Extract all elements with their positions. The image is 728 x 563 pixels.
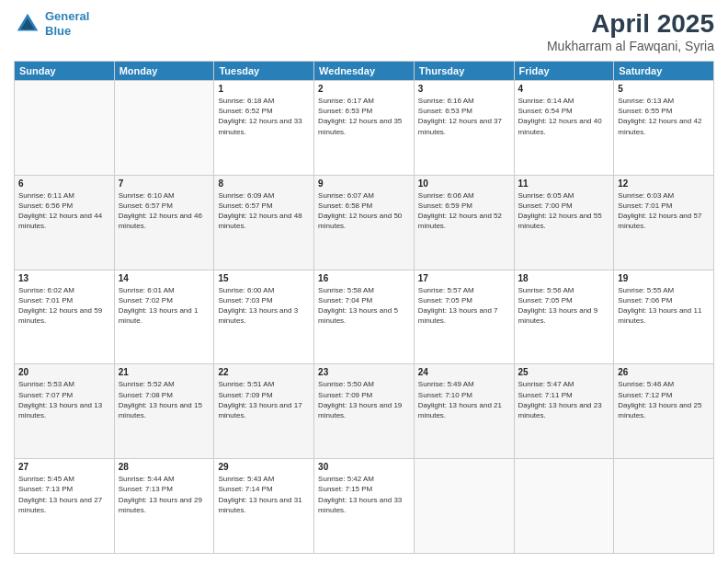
col-tuesday: Tuesday <box>214 62 314 81</box>
logo-icon <box>14 10 41 38</box>
day-detail: Sunrise: 6:03 AM Sunset: 7:01 PM Dayligh… <box>618 190 710 232</box>
day-number: 24 <box>418 367 510 377</box>
day-number: 26 <box>618 367 710 377</box>
day-detail: Sunrise: 5:55 AM Sunset: 7:06 PM Dayligh… <box>618 285 710 327</box>
calendar-cell: 6Sunrise: 6:11 AM Sunset: 6:56 PM Daylig… <box>15 175 115 270</box>
calendar-cell: 15Sunrise: 6:00 AM Sunset: 7:03 PM Dayli… <box>214 270 314 364</box>
calendar-cell: 13Sunrise: 6:02 AM Sunset: 7:01 PM Dayli… <box>15 270 115 364</box>
calendar-cell: 14Sunrise: 6:01 AM Sunset: 7:02 PM Dayli… <box>114 270 214 364</box>
day-number: 18 <box>518 273 610 283</box>
day-detail: Sunrise: 6:05 AM Sunset: 7:00 PM Dayligh… <box>518 190 610 232</box>
calendar-cell: 5Sunrise: 6:13 AM Sunset: 6:55 PM Daylig… <box>614 81 714 176</box>
day-detail: Sunrise: 5:42 AM Sunset: 7:15 PM Dayligh… <box>318 474 410 515</box>
logo: General Blue <box>14 9 89 38</box>
calendar-cell: 24Sunrise: 5:49 AM Sunset: 7:10 PM Dayli… <box>414 364 514 459</box>
col-saturday: Saturday <box>614 62 714 81</box>
calendar-cell: 3Sunrise: 6:16 AM Sunset: 6:53 PM Daylig… <box>414 81 514 176</box>
day-number: 2 <box>318 84 410 94</box>
day-number: 12 <box>618 178 710 189</box>
calendar-header-row: Sunday Monday Tuesday Wednesday Thursday… <box>15 62 714 81</box>
day-number: 5 <box>618 84 710 94</box>
day-detail: Sunrise: 6:13 AM Sunset: 6:55 PM Dayligh… <box>618 96 710 137</box>
day-detail: Sunrise: 6:07 AM Sunset: 6:58 PM Dayligh… <box>318 190 410 232</box>
page: General Blue April 2025 Mukharram al Faw… <box>0 0 728 563</box>
calendar-cell: 25Sunrise: 5:47 AM Sunset: 7:11 PM Dayli… <box>514 364 614 459</box>
logo-line1: General <box>45 9 89 23</box>
day-detail: Sunrise: 5:45 AM Sunset: 7:13 PM Dayligh… <box>18 474 110 515</box>
day-number: 30 <box>318 462 410 472</box>
day-detail: Sunrise: 5:49 AM Sunset: 7:10 PM Dayligh… <box>418 379 510 420</box>
calendar-cell <box>414 459 514 554</box>
day-detail: Sunrise: 5:47 AM Sunset: 7:11 PM Dayligh… <box>518 379 610 420</box>
month-title: April 2025 <box>547 9 714 39</box>
day-detail: Sunrise: 6:11 AM Sunset: 6:56 PM Dayligh… <box>18 190 110 232</box>
day-detail: Sunrise: 6:02 AM Sunset: 7:01 PM Dayligh… <box>18 285 110 327</box>
col-thursday: Thursday <box>414 62 514 81</box>
day-detail: Sunrise: 6:16 AM Sunset: 6:53 PM Dayligh… <box>418 96 510 137</box>
calendar-cell: 22Sunrise: 5:51 AM Sunset: 7:09 PM Dayli… <box>214 364 314 459</box>
calendar-cell: 19Sunrise: 5:55 AM Sunset: 7:06 PM Dayli… <box>614 270 714 364</box>
calendar-cell: 11Sunrise: 6:05 AM Sunset: 7:00 PM Dayli… <box>514 175 614 270</box>
day-detail: Sunrise: 6:10 AM Sunset: 6:57 PM Dayligh… <box>119 190 210 232</box>
day-number: 29 <box>218 462 310 472</box>
day-number: 3 <box>418 84 510 94</box>
day-number: 19 <box>618 273 710 283</box>
day-number: 17 <box>418 273 510 283</box>
week-row-2: 6Sunrise: 6:11 AM Sunset: 6:56 PM Daylig… <box>15 175 714 270</box>
col-friday: Friday <box>514 62 614 81</box>
day-number: 23 <box>318 367 410 377</box>
day-detail: Sunrise: 5:57 AM Sunset: 7:05 PM Dayligh… <box>418 285 510 327</box>
day-detail: Sunrise: 6:14 AM Sunset: 6:54 PM Dayligh… <box>518 96 610 137</box>
day-detail: Sunrise: 5:52 AM Sunset: 7:08 PM Dayligh… <box>119 379 210 420</box>
day-number: 11 <box>518 178 610 189</box>
day-number: 14 <box>119 273 210 283</box>
day-number: 27 <box>18 462 110 472</box>
calendar-cell <box>514 459 614 554</box>
day-detail: Sunrise: 5:46 AM Sunset: 7:12 PM Dayligh… <box>618 379 710 420</box>
calendar-cell: 28Sunrise: 5:44 AM Sunset: 7:13 PM Dayli… <box>114 459 214 554</box>
day-detail: Sunrise: 5:53 AM Sunset: 7:07 PM Dayligh… <box>18 379 110 420</box>
day-detail: Sunrise: 6:18 AM Sunset: 6:52 PM Dayligh… <box>218 96 310 137</box>
day-detail: Sunrise: 5:56 AM Sunset: 7:05 PM Dayligh… <box>518 285 610 327</box>
day-detail: Sunrise: 6:00 AM Sunset: 7:03 PM Dayligh… <box>218 285 310 327</box>
week-row-3: 13Sunrise: 6:02 AM Sunset: 7:01 PM Dayli… <box>15 270 714 364</box>
logo-line2: Blue <box>45 24 71 38</box>
week-row-1: 1Sunrise: 6:18 AM Sunset: 6:52 PM Daylig… <box>15 81 714 176</box>
calendar-cell: 12Sunrise: 6:03 AM Sunset: 7:01 PM Dayli… <box>614 175 714 270</box>
calendar-cell: 30Sunrise: 5:42 AM Sunset: 7:15 PM Dayli… <box>314 459 415 554</box>
day-detail: Sunrise: 6:17 AM Sunset: 6:53 PM Dayligh… <box>318 96 410 137</box>
day-detail: Sunrise: 5:51 AM Sunset: 7:09 PM Dayligh… <box>218 379 310 420</box>
day-number: 13 <box>18 273 110 283</box>
day-number: 8 <box>218 178 310 189</box>
calendar-cell: 7Sunrise: 6:10 AM Sunset: 6:57 PM Daylig… <box>114 175 214 270</box>
day-detail: Sunrise: 6:09 AM Sunset: 6:57 PM Dayligh… <box>218 190 310 232</box>
calendar-cell: 23Sunrise: 5:50 AM Sunset: 7:09 PM Dayli… <box>314 364 415 459</box>
calendar-cell: 21Sunrise: 5:52 AM Sunset: 7:08 PM Dayli… <box>114 364 214 459</box>
logo-text: General Blue <box>45 9 89 38</box>
day-number: 10 <box>418 178 510 189</box>
calendar-cell: 1Sunrise: 6:18 AM Sunset: 6:52 PM Daylig… <box>214 81 314 176</box>
day-number: 22 <box>218 367 310 377</box>
day-number: 1 <box>218 84 310 94</box>
calendar-cell: 4Sunrise: 6:14 AM Sunset: 6:54 PM Daylig… <box>514 81 614 176</box>
calendar-cell: 26Sunrise: 5:46 AM Sunset: 7:12 PM Dayli… <box>614 364 714 459</box>
calendar-cell <box>114 81 214 176</box>
day-detail: Sunrise: 5:44 AM Sunset: 7:13 PM Dayligh… <box>119 474 210 515</box>
day-number: 20 <box>18 367 110 377</box>
calendar-cell: 8Sunrise: 6:09 AM Sunset: 6:57 PM Daylig… <box>214 175 314 270</box>
header: General Blue April 2025 Mukharram al Faw… <box>14 9 714 53</box>
calendar-cell: 20Sunrise: 5:53 AM Sunset: 7:07 PM Dayli… <box>15 364 115 459</box>
col-monday: Monday <box>114 62 214 81</box>
calendar-cell: 16Sunrise: 5:58 AM Sunset: 7:04 PM Dayli… <box>314 270 415 364</box>
day-number: 28 <box>119 462 210 472</box>
day-number: 25 <box>518 367 610 377</box>
day-number: 4 <box>518 84 610 94</box>
day-detail: Sunrise: 5:43 AM Sunset: 7:14 PM Dayligh… <box>218 474 310 515</box>
col-sunday: Sunday <box>15 62 115 81</box>
day-number: 7 <box>119 178 210 189</box>
day-number: 15 <box>218 273 310 283</box>
week-row-5: 27Sunrise: 5:45 AM Sunset: 7:13 PM Dayli… <box>15 459 714 554</box>
calendar-cell <box>614 459 714 554</box>
calendar-cell: 9Sunrise: 6:07 AM Sunset: 6:58 PM Daylig… <box>314 175 415 270</box>
title-block: April 2025 Mukharram al Fawqani, Syria <box>547 9 714 53</box>
